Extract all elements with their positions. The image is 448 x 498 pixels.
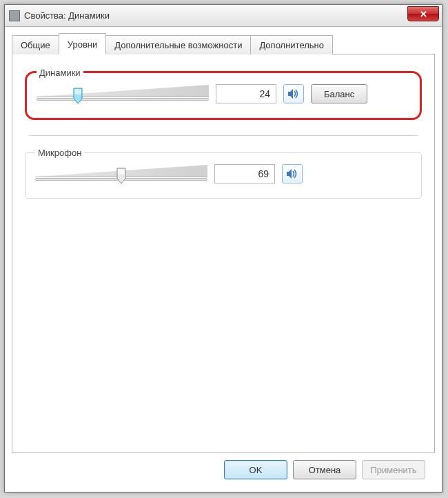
tabstrip: Общие Уровни Дополнительные возможности … — [12, 34, 435, 54]
speakers-value-input[interactable] — [216, 84, 276, 103]
ok-button[interactable]: OK — [224, 460, 287, 479]
client-area: Общие Уровни Дополнительные возможности … — [5, 27, 442, 492]
apply-button: Применить — [362, 460, 425, 479]
speakers-row: Баланс — [37, 83, 410, 104]
tabpanel-levels: Динамики — [12, 54, 435, 453]
close-button[interactable]: ✕ — [407, 6, 439, 21]
speakers-group: Динамики — [25, 71, 422, 120]
slider-track — [37, 98, 209, 101]
window-title: Свойства: Динамики — [24, 10, 110, 21]
tab-levels[interactable]: Уровни — [59, 33, 106, 54]
microphone-mute-button[interactable] — [282, 164, 303, 183]
properties-window: Свойства: Динамики ✕ Общие Уровни Дополн… — [4, 4, 442, 492]
balance-button[interactable]: Баланс — [311, 84, 367, 103]
microphone-value-input[interactable] — [214, 164, 275, 183]
divider — [29, 135, 418, 136]
window-icon — [9, 10, 20, 21]
titlebar: Свойства: Динамики ✕ — [5, 5, 442, 27]
close-icon: ✕ — [420, 9, 427, 19]
slider-thumb[interactable] — [116, 168, 126, 184]
slider-thumb[interactable] — [73, 88, 83, 104]
microphone-group: Микрофон — [25, 152, 422, 199]
speakers-slider[interactable] — [37, 83, 209, 104]
footer: OK Отмена Применить — [12, 453, 435, 488]
tab-enhancements[interactable]: Дополнительные возможности — [105, 35, 251, 54]
microphone-row — [35, 163, 411, 184]
speakers-mute-button[interactable] — [283, 84, 304, 103]
microphone-label: Микрофон — [35, 148, 84, 158]
microphone-slider[interactable] — [35, 163, 207, 184]
tab-general[interactable]: Общие — [12, 35, 59, 54]
speaker-icon — [286, 168, 298, 179]
speakers-label: Динамики — [37, 68, 83, 78]
tab-advanced[interactable]: Дополнительно — [250, 35, 333, 54]
slider-wedge — [37, 85, 209, 97]
cancel-button[interactable]: Отмена — [293, 460, 356, 479]
speaker-icon — [287, 88, 300, 99]
